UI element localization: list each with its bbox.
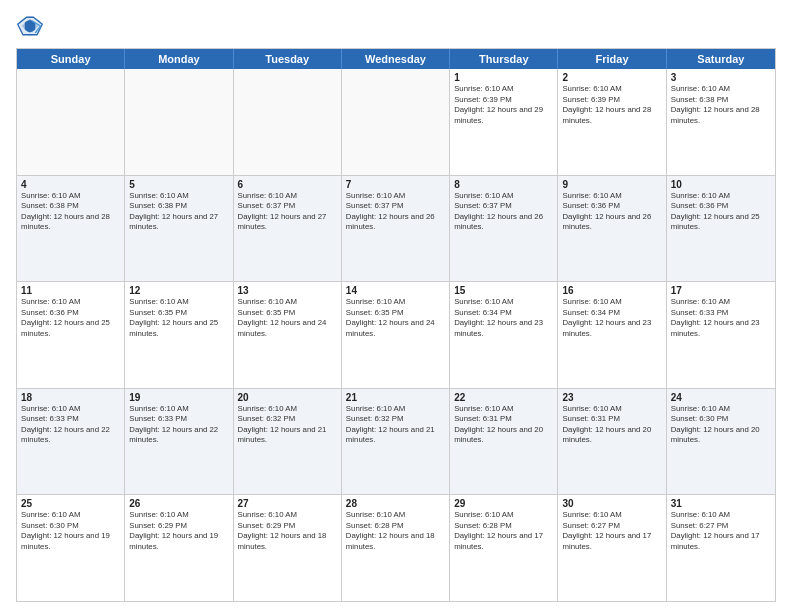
cell-info: Sunrise: 6:10 AM Sunset: 6:37 PM Dayligh… [346, 191, 445, 233]
calendar-cell-empty-0-1 [125, 69, 233, 175]
cell-info: Sunrise: 6:10 AM Sunset: 6:38 PM Dayligh… [129, 191, 228, 233]
calendar-cell-13: 13Sunrise: 6:10 AM Sunset: 6:35 PM Dayli… [234, 282, 342, 388]
cell-info: Sunrise: 6:10 AM Sunset: 6:35 PM Dayligh… [346, 297, 445, 339]
calendar-cell-23: 23Sunrise: 6:10 AM Sunset: 6:31 PM Dayli… [558, 389, 666, 495]
cell-info: Sunrise: 6:10 AM Sunset: 6:38 PM Dayligh… [21, 191, 120, 233]
day-number: 6 [238, 179, 337, 190]
calendar: SundayMondayTuesdayWednesdayThursdayFrid… [16, 48, 776, 602]
cell-info: Sunrise: 6:10 AM Sunset: 6:27 PM Dayligh… [671, 510, 771, 552]
day-number: 1 [454, 72, 553, 83]
header-day-thursday: Thursday [450, 49, 558, 69]
header-day-tuesday: Tuesday [234, 49, 342, 69]
cell-info: Sunrise: 6:10 AM Sunset: 6:39 PM Dayligh… [454, 84, 553, 126]
calendar-cell-14: 14Sunrise: 6:10 AM Sunset: 6:35 PM Dayli… [342, 282, 450, 388]
logo [16, 12, 48, 40]
day-number: 10 [671, 179, 771, 190]
cell-info: Sunrise: 6:10 AM Sunset: 6:36 PM Dayligh… [21, 297, 120, 339]
day-number: 24 [671, 392, 771, 403]
calendar-cell-26: 26Sunrise: 6:10 AM Sunset: 6:29 PM Dayli… [125, 495, 233, 601]
cell-info: Sunrise: 6:10 AM Sunset: 6:28 PM Dayligh… [346, 510, 445, 552]
cell-info: Sunrise: 6:10 AM Sunset: 6:30 PM Dayligh… [21, 510, 120, 552]
calendar-cell-7: 7Sunrise: 6:10 AM Sunset: 6:37 PM Daylig… [342, 176, 450, 282]
calendar-cell-22: 22Sunrise: 6:10 AM Sunset: 6:31 PM Dayli… [450, 389, 558, 495]
cell-info: Sunrise: 6:10 AM Sunset: 6:31 PM Dayligh… [562, 404, 661, 446]
cell-info: Sunrise: 6:10 AM Sunset: 6:29 PM Dayligh… [129, 510, 228, 552]
calendar-cell-12: 12Sunrise: 6:10 AM Sunset: 6:35 PM Dayli… [125, 282, 233, 388]
cell-info: Sunrise: 6:10 AM Sunset: 6:28 PM Dayligh… [454, 510, 553, 552]
calendar-cell-empty-0-3 [342, 69, 450, 175]
header-day-monday: Monday [125, 49, 233, 69]
calendar-header: SundayMondayTuesdayWednesdayThursdayFrid… [17, 49, 775, 69]
calendar-cell-11: 11Sunrise: 6:10 AM Sunset: 6:36 PM Dayli… [17, 282, 125, 388]
calendar-row-4: 18Sunrise: 6:10 AM Sunset: 6:33 PM Dayli… [17, 389, 775, 496]
header [16, 12, 776, 40]
day-number: 21 [346, 392, 445, 403]
day-number: 12 [129, 285, 228, 296]
calendar-row-1: 1Sunrise: 6:10 AM Sunset: 6:39 PM Daylig… [17, 69, 775, 176]
cell-info: Sunrise: 6:10 AM Sunset: 6:37 PM Dayligh… [454, 191, 553, 233]
day-number: 16 [562, 285, 661, 296]
calendar-cell-19: 19Sunrise: 6:10 AM Sunset: 6:33 PM Dayli… [125, 389, 233, 495]
day-number: 22 [454, 392, 553, 403]
day-number: 11 [21, 285, 120, 296]
header-day-sunday: Sunday [17, 49, 125, 69]
calendar-row-5: 25Sunrise: 6:10 AM Sunset: 6:30 PM Dayli… [17, 495, 775, 601]
cell-info: Sunrise: 6:10 AM Sunset: 6:34 PM Dayligh… [562, 297, 661, 339]
calendar-cell-28: 28Sunrise: 6:10 AM Sunset: 6:28 PM Dayli… [342, 495, 450, 601]
cell-info: Sunrise: 6:10 AM Sunset: 6:35 PM Dayligh… [129, 297, 228, 339]
cell-info: Sunrise: 6:10 AM Sunset: 6:33 PM Dayligh… [129, 404, 228, 446]
day-number: 7 [346, 179, 445, 190]
day-number: 3 [671, 72, 771, 83]
calendar-cell-24: 24Sunrise: 6:10 AM Sunset: 6:30 PM Dayli… [667, 389, 775, 495]
day-number: 18 [21, 392, 120, 403]
calendar-cell-2: 2Sunrise: 6:10 AM Sunset: 6:39 PM Daylig… [558, 69, 666, 175]
cell-info: Sunrise: 6:10 AM Sunset: 6:37 PM Dayligh… [238, 191, 337, 233]
calendar-cell-18: 18Sunrise: 6:10 AM Sunset: 6:33 PM Dayli… [17, 389, 125, 495]
cell-info: Sunrise: 6:10 AM Sunset: 6:34 PM Dayligh… [454, 297, 553, 339]
calendar-cell-9: 9Sunrise: 6:10 AM Sunset: 6:36 PM Daylig… [558, 176, 666, 282]
calendar-cell-16: 16Sunrise: 6:10 AM Sunset: 6:34 PM Dayli… [558, 282, 666, 388]
cell-info: Sunrise: 6:10 AM Sunset: 6:33 PM Dayligh… [21, 404, 120, 446]
day-number: 19 [129, 392, 228, 403]
calendar-cell-6: 6Sunrise: 6:10 AM Sunset: 6:37 PM Daylig… [234, 176, 342, 282]
calendar-cell-17: 17Sunrise: 6:10 AM Sunset: 6:33 PM Dayli… [667, 282, 775, 388]
cell-info: Sunrise: 6:10 AM Sunset: 6:35 PM Dayligh… [238, 297, 337, 339]
day-number: 14 [346, 285, 445, 296]
cell-info: Sunrise: 6:10 AM Sunset: 6:39 PM Dayligh… [562, 84, 661, 126]
page: SundayMondayTuesdayWednesdayThursdayFrid… [0, 0, 792, 612]
cell-info: Sunrise: 6:10 AM Sunset: 6:27 PM Dayligh… [562, 510, 661, 552]
day-number: 8 [454, 179, 553, 190]
header-day-saturday: Saturday [667, 49, 775, 69]
day-number: 25 [21, 498, 120, 509]
calendar-cell-1: 1Sunrise: 6:10 AM Sunset: 6:39 PM Daylig… [450, 69, 558, 175]
calendar-row-2: 4Sunrise: 6:10 AM Sunset: 6:38 PM Daylig… [17, 176, 775, 283]
cell-info: Sunrise: 6:10 AM Sunset: 6:31 PM Dayligh… [454, 404, 553, 446]
cell-info: Sunrise: 6:10 AM Sunset: 6:38 PM Dayligh… [671, 84, 771, 126]
calendar-cell-30: 30Sunrise: 6:10 AM Sunset: 6:27 PM Dayli… [558, 495, 666, 601]
calendar-cell-31: 31Sunrise: 6:10 AM Sunset: 6:27 PM Dayli… [667, 495, 775, 601]
cell-info: Sunrise: 6:10 AM Sunset: 6:32 PM Dayligh… [238, 404, 337, 446]
calendar-cell-10: 10Sunrise: 6:10 AM Sunset: 6:36 PM Dayli… [667, 176, 775, 282]
calendar-row-3: 11Sunrise: 6:10 AM Sunset: 6:36 PM Dayli… [17, 282, 775, 389]
day-number: 4 [21, 179, 120, 190]
day-number: 5 [129, 179, 228, 190]
day-number: 29 [454, 498, 553, 509]
logo-icon [16, 12, 44, 40]
calendar-cell-empty-0-0 [17, 69, 125, 175]
day-number: 9 [562, 179, 661, 190]
calendar-cell-5: 5Sunrise: 6:10 AM Sunset: 6:38 PM Daylig… [125, 176, 233, 282]
day-number: 17 [671, 285, 771, 296]
day-number: 26 [129, 498, 228, 509]
header-day-wednesday: Wednesday [342, 49, 450, 69]
calendar-cell-20: 20Sunrise: 6:10 AM Sunset: 6:32 PM Dayli… [234, 389, 342, 495]
calendar-cell-4: 4Sunrise: 6:10 AM Sunset: 6:38 PM Daylig… [17, 176, 125, 282]
calendar-cell-15: 15Sunrise: 6:10 AM Sunset: 6:34 PM Dayli… [450, 282, 558, 388]
day-number: 20 [238, 392, 337, 403]
day-number: 23 [562, 392, 661, 403]
cell-info: Sunrise: 6:10 AM Sunset: 6:32 PM Dayligh… [346, 404, 445, 446]
day-number: 30 [562, 498, 661, 509]
calendar-cell-29: 29Sunrise: 6:10 AM Sunset: 6:28 PM Dayli… [450, 495, 558, 601]
cell-info: Sunrise: 6:10 AM Sunset: 6:33 PM Dayligh… [671, 297, 771, 339]
day-number: 28 [346, 498, 445, 509]
cell-info: Sunrise: 6:10 AM Sunset: 6:36 PM Dayligh… [671, 191, 771, 233]
